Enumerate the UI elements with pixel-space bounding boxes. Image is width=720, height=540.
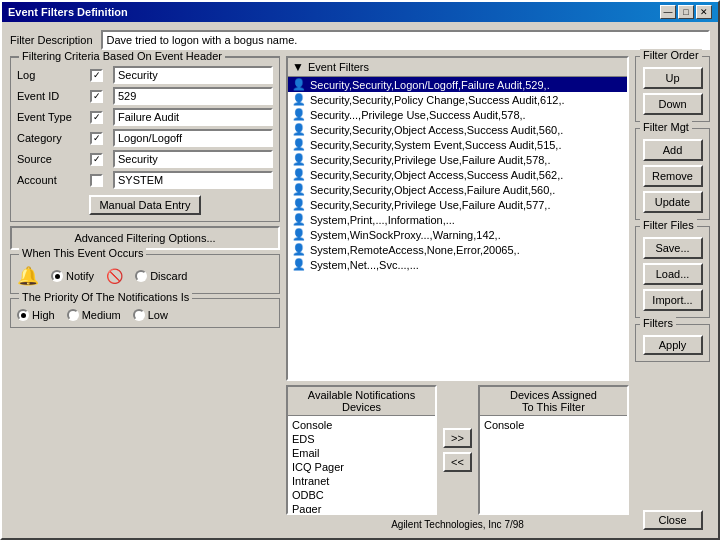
filtering-criteria-title: Filtering Criteria Based On Event Header <box>19 50 225 62</box>
checkbox-event id[interactable] <box>90 90 103 103</box>
filter-item-text: Security,Security,Privilege Use,Failure … <box>310 199 550 211</box>
filter-item-icon: 👤 <box>292 183 306 196</box>
field-value-account[interactable]: SYSTEM <box>113 171 273 189</box>
assigned-devices-header-line1: Devices Assigned <box>482 389 625 401</box>
high-radio[interactable]: High <box>17 309 55 321</box>
filter-item-text: System,Net...,Svc...,... <box>310 259 419 271</box>
close-button[interactable]: ✕ <box>696 5 712 19</box>
filter-item-text: System,Print,...,Information,... <box>310 214 455 226</box>
apply-button[interactable]: Apply <box>643 335 703 355</box>
available-device-item[interactable]: Console <box>290 418 433 432</box>
assigned-devices-list[interactable]: Console <box>480 416 627 513</box>
notify-label: Notify <box>66 270 94 282</box>
titlebar-buttons: — □ ✕ <box>660 5 712 19</box>
available-device-item[interactable]: Pager <box>290 502 433 513</box>
filter-item[interactable]: 👤Security,Security,Privilege Use,Failure… <box>288 197 627 212</box>
window-title: Event Filters Definition <box>8 6 128 18</box>
filter-item-icon: 👤 <box>292 228 306 241</box>
import-button[interactable]: Import... <box>643 289 703 311</box>
available-device-item[interactable]: Email <box>290 446 433 460</box>
available-devices-header-line2: Devices <box>290 401 433 413</box>
field-label-account: Account <box>17 174 87 186</box>
left-panel: Filtering Criteria Based On Event Header… <box>10 56 280 530</box>
up-button[interactable]: Up <box>643 67 703 89</box>
field-value-category[interactable]: Logon/Logoff <box>113 129 273 147</box>
checkbox-category[interactable] <box>90 132 103 145</box>
filter-description-input[interactable] <box>101 30 710 50</box>
field-label-event type: Event Type <box>17 111 87 123</box>
filter-item-text: Security,Security,Privilege Use,Failure … <box>310 154 550 166</box>
filter-item[interactable]: 👤Security,Security,Object Access,Failure… <box>288 182 627 197</box>
right-panel: Filter Order Up Down Filter Mgt Add Remo… <box>635 56 710 530</box>
available-devices-list[interactable]: ConsoleEDSEmailICQ PagerIntranetODBCPage… <box>288 416 435 513</box>
filter-item[interactable]: 👤System,RemoteAccess,None,Error,20065,. <box>288 242 627 257</box>
filter-item[interactable]: 👤Security,Security,Policy Change,Success… <box>288 92 627 107</box>
high-radio-circle <box>17 309 29 321</box>
filter-item[interactable]: 👤Security,Security,Object Access,Success… <box>288 167 627 182</box>
when-event-row: 🔔 Notify 🚫 Discard <box>17 265 273 287</box>
arrow-buttons: >> << <box>441 385 474 515</box>
filter-item[interactable]: 👤Security,Security,System Event,Success … <box>288 137 627 152</box>
back-arrow-button[interactable]: << <box>443 452 472 472</box>
notify-radio[interactable]: Notify <box>51 270 94 282</box>
priority-row: High Medium Low <box>17 309 273 321</box>
field-value-source[interactable]: Security <box>113 150 273 168</box>
filter-item[interactable]: 👤Security...,Privilege Use,Success Audit… <box>288 107 627 122</box>
main-body: Filtering Criteria Based On Event Header… <box>10 56 710 530</box>
available-devices-header: Available Notifications Devices <box>288 387 435 416</box>
update-button[interactable]: Update <box>643 191 703 213</box>
checkbox-source[interactable] <box>90 153 103 166</box>
assigned-devices-panel: Devices Assigned To This Filter Console <box>478 385 629 515</box>
field-label-event id: Event ID <box>17 90 87 102</box>
field-value-log[interactable]: Security <box>113 66 273 84</box>
filter-item[interactable]: 👤System,Print,...,Information,... <box>288 212 627 227</box>
filter-item-text: Security,Security,Policy Change,Success … <box>310 94 565 106</box>
minimize-button[interactable]: — <box>660 5 676 19</box>
filter-item-icon: 👤 <box>292 108 306 121</box>
filter-item[interactable]: 👤System,Net...,Svc...,... <box>288 257 627 272</box>
medium-radio[interactable]: Medium <box>67 309 121 321</box>
low-radio-circle <box>133 309 145 321</box>
available-device-item[interactable]: ODBC <box>290 488 433 502</box>
filter-item-text: Security,Security,System Event,Success A… <box>310 139 561 151</box>
maximize-button[interactable]: □ <box>678 5 694 19</box>
filter-item[interactable]: 👤Security,Security,Object Access,Success… <box>288 122 627 137</box>
down-button[interactable]: Down <box>643 93 703 115</box>
assigned-devices-header-line2: To This Filter <box>482 401 625 413</box>
filter-item[interactable]: 👤Security,Security,Logon/Logoff,Failure … <box>288 77 627 92</box>
filter-item[interactable]: 👤System,WinSockProxy...,Warning,142,. <box>288 227 627 242</box>
field-label-source: Source <box>17 153 87 165</box>
filters-group: Filters Apply <box>635 324 710 362</box>
filter-item-text: Security,Security,Object Access,Failure … <box>310 184 555 196</box>
available-device-item[interactable]: Intranet <box>290 474 433 488</box>
load-button[interactable]: Load... <box>643 263 703 285</box>
available-device-item[interactable]: EDS <box>290 432 433 446</box>
discard-radio[interactable]: Discard <box>135 270 187 282</box>
filter-item-text: Security,Security,Logon/Logoff,Failure A… <box>310 79 550 91</box>
filter-mgt-group: Filter Mgt Add Remove Update <box>635 128 710 220</box>
filter-item[interactable]: 👤Security,Security,Privilege Use,Failure… <box>288 152 627 167</box>
forward-arrow-button[interactable]: >> <box>443 428 472 448</box>
low-radio[interactable]: Low <box>133 309 168 321</box>
field-value-event type[interactable]: Failure Audit <box>113 108 273 126</box>
assigned-device-item[interactable]: Console <box>482 418 625 432</box>
close-button-main[interactable]: Close <box>643 510 703 530</box>
event-filters-header: ▼ Event Filters <box>288 58 627 77</box>
checkbox-event type[interactable] <box>90 111 103 124</box>
when-event-group: When This Event Occurs 🔔 Notify 🚫 Discar… <box>10 254 280 294</box>
when-event-title: When This Event Occurs <box>19 247 146 259</box>
checkbox-log[interactable] <box>90 69 103 82</box>
remove-button[interactable]: Remove <box>643 165 703 187</box>
medium-radio-circle <box>67 309 79 321</box>
manual-data-entry-button[interactable]: Manual Data Entry <box>89 195 200 215</box>
checkbox-account[interactable] <box>90 174 103 187</box>
field-value-event id[interactable]: 529 <box>113 87 273 105</box>
save-button[interactable]: Save... <box>643 237 703 259</box>
event-filters-list[interactable]: 👤Security,Security,Logon/Logoff,Failure … <box>288 77 627 379</box>
field-grid: LogSecurityEvent ID529Event TypeFailure … <box>17 66 273 189</box>
add-button[interactable]: Add <box>643 139 703 161</box>
filter-item-icon: 👤 <box>292 168 306 181</box>
filter-item-text: System,RemoteAccess,None,Error,20065,. <box>310 244 520 256</box>
high-label: High <box>32 309 55 321</box>
available-device-item[interactable]: ICQ Pager <box>290 460 433 474</box>
